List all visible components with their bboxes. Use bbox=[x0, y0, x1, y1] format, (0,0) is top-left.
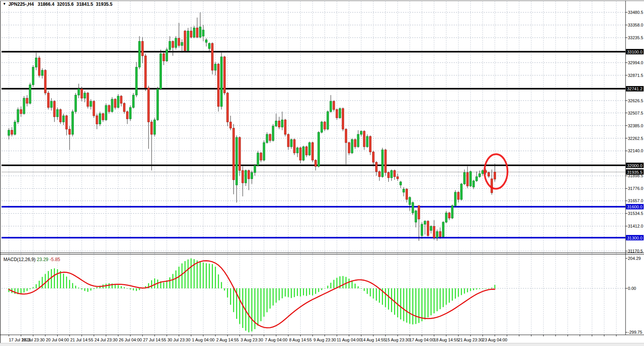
macd-histogram-bar bbox=[412, 288, 413, 324]
macd-histogram-bar bbox=[443, 288, 444, 307]
macd-name: MACD(12,26,9) bbox=[3, 257, 35, 262]
candle-body bbox=[403, 189, 405, 192]
macd-histogram-bar bbox=[403, 288, 404, 321]
candle-body bbox=[458, 192, 459, 200]
candle-body bbox=[381, 150, 383, 177]
candle-body bbox=[251, 173, 253, 179]
candle-body bbox=[23, 98, 25, 113]
candle-body bbox=[430, 226, 432, 231]
candle-body bbox=[78, 89, 80, 95]
macd-histogram-bar bbox=[51, 269, 52, 288]
candle-body bbox=[184, 31, 186, 51]
candle-body bbox=[391, 171, 393, 178]
macd-histogram-bar bbox=[63, 274, 64, 288]
candle-body bbox=[342, 108, 344, 129]
macd-histogram-bar bbox=[69, 280, 70, 288]
candle-body bbox=[351, 140, 353, 153]
macd-histogram-bar bbox=[461, 288, 462, 295]
macd-value: 23.29 bbox=[37, 257, 48, 262]
window-left-border bbox=[0, 1, 1, 343]
macd-histogram-bar bbox=[20, 288, 22, 294]
open-value: 31866.4 bbox=[38, 2, 54, 7]
macd-histogram-bar bbox=[181, 263, 183, 288]
macd-histogram-bar bbox=[136, 288, 137, 291]
candle-body bbox=[57, 110, 58, 117]
candle-body bbox=[433, 226, 435, 238]
macd-histogram-bar bbox=[121, 286, 122, 288]
macd-histogram-bar bbox=[434, 288, 435, 313]
candle-body bbox=[324, 122, 326, 129]
macd-histogram-bar bbox=[315, 288, 316, 294]
symbol-dropdown-icon[interactable]: ▼ bbox=[3, 2, 6, 6]
candle-body bbox=[476, 177, 478, 181]
time-axis-label: 18 Jul 23:30 bbox=[22, 338, 45, 342]
price-axis-label: 31534.5 bbox=[628, 211, 643, 216]
macd-histogram-bar bbox=[139, 288, 140, 290]
time-axis-label: 30 Jul 23:30 bbox=[167, 338, 190, 342]
time-axis-label: 21 Jul 14:55 bbox=[70, 338, 93, 342]
candle-body bbox=[108, 105, 110, 111]
price-axis-label: 33358.0 bbox=[628, 23, 643, 27]
candle-body bbox=[175, 38, 177, 47]
time-axis-label: 8 Aug 14:55 bbox=[289, 338, 312, 342]
macd-histogram-bar bbox=[108, 283, 110, 288]
macd-histogram-bar bbox=[349, 279, 350, 288]
candle-body bbox=[105, 105, 107, 120]
chart-canvas[interactable]: 33480.533358.033235.532994.032871.532626… bbox=[0, 0, 644, 346]
candle-body bbox=[93, 101, 95, 116]
candle-body bbox=[130, 108, 131, 119]
candle-body bbox=[75, 95, 77, 111]
candle-body bbox=[327, 111, 329, 129]
macd-histogram-bar bbox=[242, 288, 243, 328]
candle-body bbox=[451, 206, 453, 218]
macd-histogram-bar bbox=[78, 288, 79, 288]
candle-body bbox=[29, 85, 31, 103]
candle-body bbox=[384, 150, 386, 173]
macd-histogram-bar bbox=[263, 288, 265, 317]
candle-body bbox=[53, 101, 55, 116]
macd-histogram-bar bbox=[370, 288, 371, 296]
macd-histogram-bar bbox=[118, 285, 119, 288]
candle-body bbox=[260, 153, 262, 160]
candle-body bbox=[363, 131, 365, 146]
candle-body bbox=[257, 153, 259, 165]
macd-histogram-bar bbox=[288, 288, 289, 297]
macd-histogram-bar bbox=[306, 288, 307, 296]
macd-histogram-bar bbox=[494, 285, 496, 288]
macd-histogram-bar bbox=[330, 283, 331, 288]
macd-histogram-bar bbox=[154, 278, 155, 288]
macd-histogram-bar bbox=[185, 261, 186, 288]
macd-histogram-bar bbox=[364, 288, 365, 291]
candle-body bbox=[190, 31, 192, 37]
macd-histogram-bar bbox=[72, 283, 73, 288]
candle-body bbox=[394, 171, 396, 177]
macd-histogram-bar bbox=[440, 288, 441, 309]
macd-histogram-bar bbox=[93, 288, 95, 289]
candle-body bbox=[154, 120, 156, 135]
macd-histogram-bar bbox=[473, 288, 474, 290]
symbol-period-label: JPN225-,H4 bbox=[8, 2, 34, 7]
price-axis-label: 32994.0 bbox=[628, 60, 643, 65]
macd-histogram-bar bbox=[75, 286, 77, 288]
candle-body bbox=[38, 58, 40, 76]
candle-body bbox=[126, 111, 128, 119]
macd-histogram-bar bbox=[279, 288, 280, 300]
macd-histogram-bar bbox=[385, 288, 386, 307]
macd-histogram-bar bbox=[291, 288, 292, 298]
time-axis-label: 7 Aug 04:00 bbox=[265, 338, 288, 342]
macd-signal-value: -5.85 bbox=[50, 257, 60, 262]
time-axis-label: 18 Aug 14:55 bbox=[434, 338, 459, 342]
macd-histogram-bar bbox=[66, 276, 67, 288]
candle-body bbox=[14, 122, 16, 134]
macd-histogram-bar bbox=[178, 267, 180, 288]
macd-histogram-bar bbox=[90, 288, 92, 291]
candle-body bbox=[466, 173, 468, 186]
macd-histogram-bar bbox=[27, 288, 28, 291]
macd-histogram-bar bbox=[351, 281, 353, 288]
macd-histogram-bar bbox=[270, 288, 271, 309]
candle-body bbox=[439, 231, 441, 236]
price-tag-label: 32741.2 bbox=[627, 86, 642, 91]
candle-body bbox=[272, 126, 274, 141]
macd-histogram-bar bbox=[482, 288, 483, 289]
candle-body bbox=[284, 120, 286, 135]
